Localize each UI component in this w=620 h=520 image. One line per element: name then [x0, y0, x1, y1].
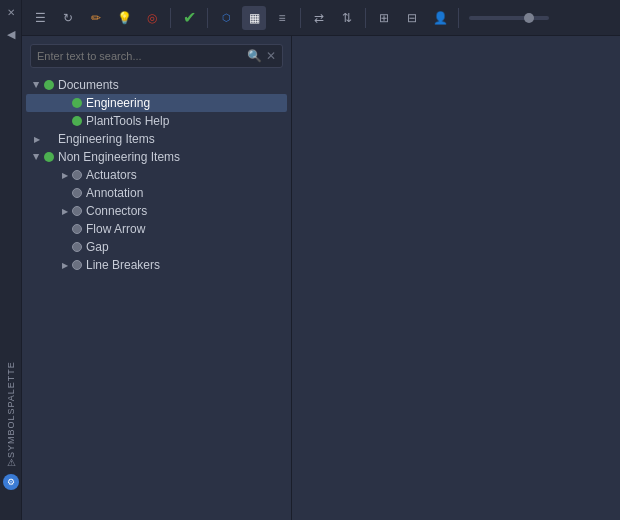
arrow-left-button[interactable]: ◀: [3, 26, 19, 42]
chevron-non-engineering-items: ▶: [30, 150, 44, 164]
rotate-button[interactable]: ⇄: [307, 6, 331, 30]
bulb-button[interactable]: 💡: [112, 6, 136, 30]
content-split: 🔍 ✕ ▶ Documents ▶ Engineering: [22, 36, 620, 520]
user-button[interactable]: 👤: [428, 6, 452, 30]
tree-item-non-engineering-items[interactable]: ▶ Non Engineering Items: [26, 148, 287, 166]
tree-item-engineering-items[interactable]: ▶ Engineering Items: [26, 130, 287, 148]
label-documents: Documents: [58, 78, 119, 92]
label-connectors: Connectors: [86, 204, 147, 218]
refresh-button[interactable]: ↻: [56, 6, 80, 30]
dot-flow-arrow: [72, 224, 82, 234]
clear-search-button[interactable]: ✕: [266, 49, 276, 63]
main-area: ☰ ↻ ✏ 💡 ◎ ✔ ⬡ ▦ ≡ ⇄ ⇅ ⊞ ⊟ 👤 🔍: [22, 0, 620, 520]
tree-item-planttools[interactable]: ▶ PlantTools Help: [26, 112, 287, 130]
separator-3: [300, 8, 301, 28]
layers-button[interactable]: ⊞: [372, 6, 396, 30]
tree-item-connectors[interactable]: ▶ Connectors: [26, 202, 287, 220]
label-annotation: Annotation: [86, 186, 143, 200]
brush-button[interactable]: ✏: [84, 6, 108, 30]
label-line-breakers: Line Breakers: [86, 258, 160, 272]
label-flow-arrow: Flow Arrow: [86, 222, 145, 236]
tree-item-flow-arrow[interactable]: ▶ Flow Arrow: [26, 220, 287, 238]
separator-2: [207, 8, 208, 28]
zoom-slider-thumb: [524, 13, 534, 23]
tree-item-annotation[interactable]: ▶ Annotation: [26, 184, 287, 202]
grid-button[interactable]: ⬡: [214, 6, 238, 30]
dot-documents: [44, 80, 54, 90]
tree-view: ▶ Documents ▶ Engineering ▶ PlantTools H…: [22, 76, 291, 520]
label-non-engineering-items: Non Engineering Items: [58, 150, 180, 164]
chevron-engineering-items: ▶: [30, 132, 44, 146]
label-planttools: PlantTools Help: [86, 114, 169, 128]
label-engineering: Engineering: [86, 96, 150, 110]
chevron-line-breakers: ▶: [58, 258, 72, 272]
close-button[interactable]: ✕: [3, 4, 19, 20]
tree-item-engineering[interactable]: ▶ Engineering: [26, 94, 287, 112]
chevron-connectors: ▶: [58, 204, 72, 218]
target-button[interactable]: ◎: [140, 6, 164, 30]
dot-actuators: [72, 170, 82, 180]
tree-item-line-breakers[interactable]: ▶ Line Breakers: [26, 256, 287, 274]
zoom-slider-container: [469, 16, 549, 20]
dot-annotation: [72, 188, 82, 198]
dot-line-breakers: [72, 260, 82, 270]
list-button[interactable]: ≡: [270, 6, 294, 30]
tree-item-actuators[interactable]: ▶ Actuators: [26, 166, 287, 184]
label-engineering-items: Engineering Items: [58, 132, 155, 146]
tree-item-gap[interactable]: ▶ Gap: [26, 238, 287, 256]
dot-planttools: [72, 116, 82, 126]
search-icon: 🔍: [247, 49, 262, 63]
zoom-slider[interactable]: [469, 16, 549, 20]
view-toggle-button[interactable]: ▦: [242, 6, 266, 30]
table-button[interactable]: ⊟: [400, 6, 424, 30]
chevron-documents: ▶: [30, 78, 44, 92]
canvas-area[interactable]: [292, 36, 620, 520]
palette-label: SYMBOLSPALETTE: [0, 360, 22, 460]
separator-4: [365, 8, 366, 28]
settings-circle-icon[interactable]: ⚙: [3, 474, 19, 490]
palette-panel: 🔍 ✕ ▶ Documents ▶ Engineering: [22, 36, 292, 520]
search-bar: 🔍 ✕: [30, 44, 283, 68]
label-actuators: Actuators: [86, 168, 137, 182]
label-gap: Gap: [86, 240, 109, 254]
chevron-actuators: ▶: [58, 168, 72, 182]
separator-5: [458, 8, 459, 28]
separator-1: [170, 8, 171, 28]
dot-gap: [72, 242, 82, 252]
dot-engineering: [72, 98, 82, 108]
hamburger-button[interactable]: ☰: [28, 6, 52, 30]
search-input[interactable]: [37, 50, 243, 62]
dot-connectors: [72, 206, 82, 216]
dot-non-engineering-items: [44, 152, 54, 162]
left-toolbar: ✕ ◀ SYMBOLSPALETTE ⚠ ⚙: [0, 0, 22, 520]
sort-button[interactable]: ⇅: [335, 6, 359, 30]
tree-item-documents[interactable]: ▶ Documents: [26, 76, 287, 94]
top-toolbar: ☰ ↻ ✏ 💡 ◎ ✔ ⬡ ▦ ≡ ⇄ ⇅ ⊞ ⊟ 👤: [22, 0, 620, 36]
checkmark-button[interactable]: ✔: [177, 6, 201, 30]
